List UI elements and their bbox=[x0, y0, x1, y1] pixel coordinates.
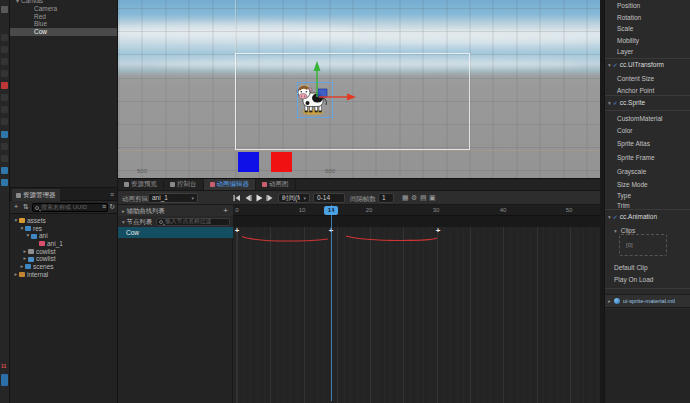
create-asset-button[interactable]: + bbox=[14, 203, 18, 210]
sort-assets-icon[interactable]: ⇅ bbox=[23, 203, 29, 211]
scene-viewport[interactable]: 500 600 bbox=[118, 0, 600, 178]
hierarchy-node[interactable]: Camera bbox=[10, 5, 117, 13]
clips-array-dropzone[interactable]: [0] bbox=[619, 234, 667, 256]
curve-manager-icon[interactable]: ▦ bbox=[402, 194, 409, 202]
inspector-property-row[interactable]: Color bbox=[613, 127, 633, 134]
bottom-panel-tab[interactable]: 动画编辑器 bbox=[204, 179, 257, 190]
inspector-property-row[interactable]: Grayscale bbox=[613, 168, 646, 175]
expand-caret-icon[interactable]: ▾ bbox=[608, 62, 611, 68]
play-button[interactable] bbox=[254, 193, 263, 203]
inspector-property-row[interactable]: Type bbox=[613, 192, 631, 199]
dock-panel-icon[interactable] bbox=[1, 34, 8, 41]
node-filter-input[interactable]: 输入节点名称过滤 bbox=[156, 218, 230, 226]
asset-search-input[interactable]: 搜索名称或 UUID bbox=[32, 203, 108, 212]
hierarchy-node[interactable]: Cow bbox=[10, 28, 117, 36]
asset-tree-item[interactable]: ▾ assets bbox=[10, 217, 117, 225]
inspector-property-row[interactable]: Mobility bbox=[613, 37, 639, 44]
dock-panel-icon[interactable] bbox=[1, 155, 8, 162]
asset-tree-item[interactable]: ▸ internal bbox=[10, 271, 117, 279]
step-back-button[interactable] bbox=[243, 193, 252, 203]
inspector-property-row[interactable]: Play On Load bbox=[610, 276, 653, 283]
save-clip-icon[interactable]: ▤ bbox=[420, 194, 427, 202]
playhead-line[interactable] bbox=[331, 205, 332, 401]
step-forward-button[interactable] bbox=[265, 193, 274, 203]
move-gizmo[interactable] bbox=[296, 56, 360, 105]
inspector-property-row[interactable]: Sprite Frame bbox=[613, 154, 655, 161]
keyframe-track-area[interactable]: + + + bbox=[233, 227, 600, 403]
dock-panel-icon[interactable] bbox=[1, 46, 8, 53]
inspector-property-row[interactable]: Default Clip bbox=[610, 264, 648, 271]
dock-panel-icon[interactable] bbox=[1, 82, 8, 89]
dock-panel-icon[interactable] bbox=[1, 106, 8, 113]
view-mode-icon[interactable]: ≡ bbox=[102, 203, 106, 210]
expand-caret-icon[interactable]: ▸ bbox=[122, 208, 125, 214]
expand-caret-icon[interactable]: ▸ bbox=[608, 298, 611, 304]
aux-curves-header[interactable]: ▸辅助曲线列表 + bbox=[118, 205, 233, 216]
inspector-property-row[interactable]: ▾✓cc.UITransform bbox=[608, 61, 664, 68]
component-enabled-checkbox[interactable]: ✓ bbox=[613, 100, 618, 106]
dock-panel-icon[interactable] bbox=[1, 143, 8, 150]
dock-panel-icon[interactable] bbox=[1, 131, 8, 138]
track-node-cow[interactable]: Cow bbox=[118, 227, 233, 238]
inspector-property-row[interactable]: Trim bbox=[613, 202, 630, 209]
gear-icon[interactable]: ⚙ bbox=[411, 194, 417, 202]
material-footer[interactable]: ▸ ui-sprite-material.mtl bbox=[605, 294, 690, 308]
tab-assets-manager[interactable]: 资源管理器 bbox=[12, 189, 60, 201]
inspector-property-row[interactable]: Sprite Atlas bbox=[613, 140, 650, 147]
inspector-property-row[interactable]: Position bbox=[613, 2, 640, 9]
component-enabled-checkbox[interactable]: ✓ bbox=[613, 62, 618, 68]
inspector-property-row[interactable]: ▾✓cc.Animation bbox=[608, 213, 657, 220]
current-time-input[interactable]: 0-14 bbox=[313, 193, 345, 203]
dock-asset-icon[interactable] bbox=[1, 374, 8, 386]
dock-panel-icon[interactable] bbox=[1, 167, 8, 174]
dock-panel-icon[interactable] bbox=[1, 94, 8, 101]
bottom-panel-tab[interactable]: 控制台 bbox=[164, 179, 204, 190]
expand-caret-icon[interactable]: ▾ bbox=[16, 0, 19, 4]
asset-tree-item[interactable]: ▸ cowlist bbox=[10, 248, 117, 256]
inspector-property-row[interactable]: CustomMaterial bbox=[613, 115, 663, 122]
inspector-property-row[interactable]: Size Mode bbox=[613, 181, 648, 188]
interval-input[interactable]: 1 bbox=[378, 193, 394, 203]
timeline-ruler[interactable]: 0 10 20 30 40 50 14 bbox=[233, 205, 600, 216]
hierarchy-node[interactable]: Blue bbox=[10, 20, 117, 28]
inspector-property-row[interactable]: Anchor Point bbox=[613, 87, 654, 94]
property-label: Play On Load bbox=[614, 276, 653, 283]
dock-panel-icon[interactable] bbox=[1, 70, 8, 77]
time-display-mode-select[interactable]: 时间(M..▾ bbox=[278, 193, 310, 203]
asset-tree-item[interactable]: ▸ scenes bbox=[10, 263, 117, 271]
assets-tab-icon bbox=[16, 193, 21, 198]
asset-tree-item[interactable]: ▾ res bbox=[10, 225, 117, 233]
panel-menu-icon[interactable]: ≡ bbox=[110, 191, 114, 198]
add-curve-button[interactable]: + bbox=[223, 205, 228, 216]
inspector-panel: Position Rotation Scale Mobility Layer bbox=[604, 0, 690, 403]
duplicate-icon[interactable]: ▣ bbox=[429, 194, 436, 202]
dock-panel-icon[interactable] bbox=[1, 118, 8, 125]
skip-start-button[interactable] bbox=[232, 193, 241, 203]
hierarchy-node[interactable]: Red bbox=[10, 13, 117, 21]
expand-caret-icon[interactable]: ▾ bbox=[614, 228, 617, 234]
red-sprite[interactable] bbox=[271, 152, 292, 172]
bottom-panel-tab[interactable]: 动画图 bbox=[256, 179, 296, 190]
node-list-header[interactable]: ▾节点列表 输入节点名称过滤 bbox=[118, 216, 233, 227]
asset-tree-item[interactable]: ▸ cowlist bbox=[10, 255, 117, 263]
blue-sprite[interactable] bbox=[238, 152, 259, 172]
inspector-property-row[interactable]: ▾Clips bbox=[614, 227, 635, 234]
component-enabled-checkbox[interactable]: ✓ bbox=[613, 214, 618, 220]
dock-panel-icon[interactable] bbox=[1, 179, 8, 186]
refresh-icon[interactable]: ↻ bbox=[109, 203, 115, 211]
inspector-property-row[interactable]: Scale bbox=[613, 25, 633, 32]
asset-tree-item[interactable]: ▾ ani bbox=[10, 232, 117, 240]
inspector-property-row[interactable]: Content Size bbox=[613, 75, 654, 82]
expand-caret-icon[interactable]: ▾ bbox=[608, 214, 611, 220]
dock-panel-icon[interactable] bbox=[1, 6, 8, 13]
bottom-panel-tab[interactable]: 资源预览 bbox=[118, 179, 164, 190]
asset-tree-item[interactable]: ani_1 bbox=[10, 240, 117, 248]
clip-select[interactable]: ani_1▾ bbox=[148, 193, 198, 203]
asset-type-icon bbox=[19, 218, 25, 223]
dock-panel-icon[interactable] bbox=[1, 58, 8, 65]
expand-caret-icon[interactable]: ▾ bbox=[122, 219, 125, 225]
inspector-property-row[interactable]: ▾✓cc.Sprite bbox=[608, 99, 645, 106]
inspector-property-row[interactable]: Layer bbox=[613, 48, 633, 55]
inspector-property-row[interactable]: Rotation bbox=[613, 14, 641, 21]
expand-caret-icon[interactable]: ▾ bbox=[608, 100, 611, 106]
